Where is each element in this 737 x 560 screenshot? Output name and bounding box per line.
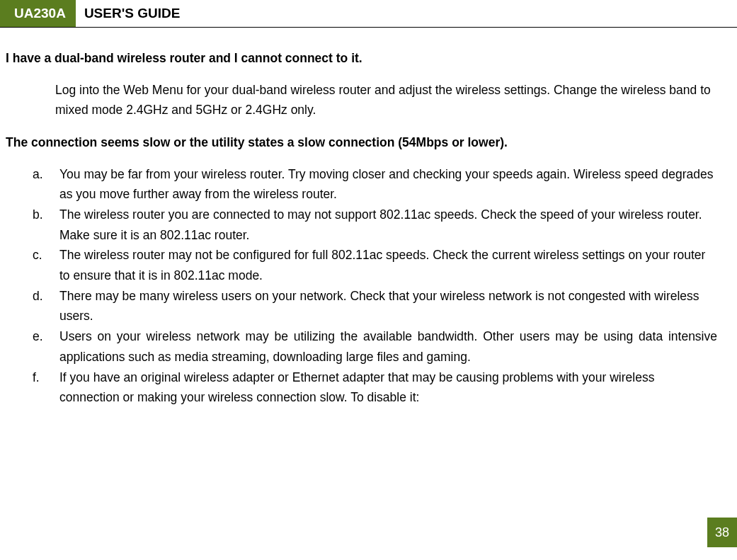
list-item: The wireless router may not be configure… (33, 245, 717, 285)
list-item: If you have an original wireless adapter… (33, 367, 717, 408)
faq-ordered-list: You may be far from your wireless router… (33, 164, 717, 408)
header-band: UA230A USER'S GUIDE (0, 0, 737, 28)
page-content: I have a dual-band wireless router and I… (0, 50, 737, 408)
model-badge: UA230A (0, 0, 76, 27)
faq-heading-2: The connection seems slow or the utility… (6, 135, 717, 152)
page-number: 38 (707, 518, 737, 547)
list-item: There may be many wireless users on your… (33, 286, 717, 326)
list-item: The wireless router you are connected to… (33, 205, 717, 245)
guide-title: USER'S GUIDE (76, 0, 180, 27)
list-item: Users on your wireless network may be ut… (33, 326, 717, 367)
faq-answer-1: Log into the Web Menu for your dual-band… (55, 80, 717, 120)
list-item: You may be far from your wireless router… (33, 164, 717, 205)
faq-heading-1: I have a dual-band wireless router and I… (6, 50, 717, 67)
